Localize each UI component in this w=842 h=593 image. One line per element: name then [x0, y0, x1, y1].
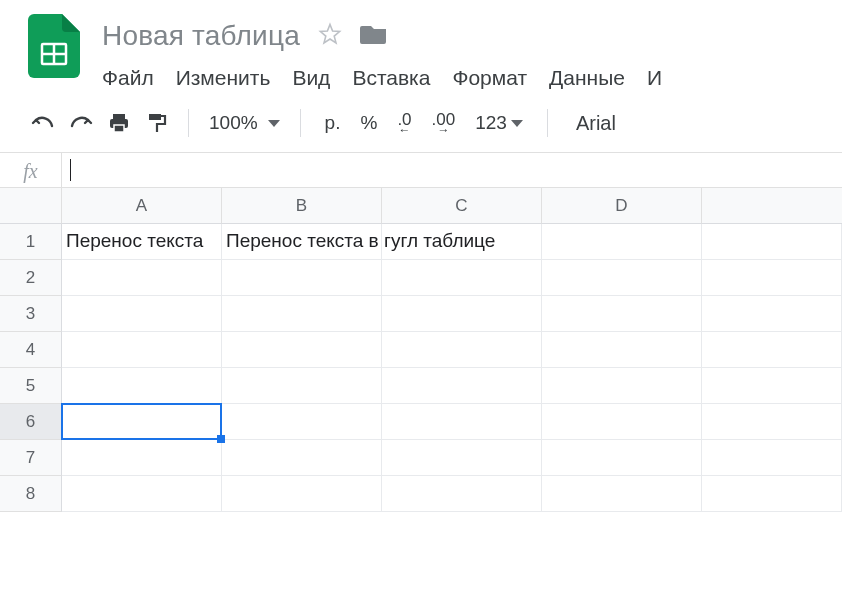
more-formats-button[interactable]: 123: [465, 108, 533, 138]
menu-file[interactable]: Файл: [102, 66, 154, 90]
increase-decimal-button[interactable]: .00→: [422, 108, 466, 138]
cell-D1[interactable]: [542, 224, 702, 260]
chevron-down-icon: [511, 120, 523, 127]
cell-C7[interactable]: [382, 440, 542, 476]
formula-input[interactable]: [62, 153, 842, 187]
cell-B6[interactable]: [222, 404, 382, 440]
cell-E7[interactable]: [702, 440, 842, 476]
cell-E3[interactable]: [702, 296, 842, 332]
cell-B2[interactable]: [222, 260, 382, 296]
cell-E6[interactable]: [702, 404, 842, 440]
cell-E1[interactable]: [702, 224, 842, 260]
column-header-D[interactable]: D: [542, 188, 702, 224]
cell-D6[interactable]: [542, 404, 702, 440]
menu-edit[interactable]: Изменить: [176, 66, 271, 90]
cell-text: Перенос текста в гугл таблице: [226, 230, 495, 252]
cell-C3[interactable]: [382, 296, 542, 332]
decrease-decimal-button[interactable]: .0←: [387, 108, 421, 138]
cell-D8[interactable]: [542, 476, 702, 512]
font-family-dropdown[interactable]: Arial: [562, 112, 630, 135]
paint-format-button[interactable]: [140, 108, 174, 138]
cell-C2[interactable]: [382, 260, 542, 296]
cell-D7[interactable]: [542, 440, 702, 476]
cell-A2[interactable]: [62, 260, 222, 296]
row-header-3[interactable]: 3: [0, 296, 62, 332]
cell-C8[interactable]: [382, 476, 542, 512]
row-header-6[interactable]: 6: [0, 404, 62, 440]
print-button[interactable]: [102, 108, 136, 138]
cell-E8[interactable]: [702, 476, 842, 512]
cell-A3[interactable]: [62, 296, 222, 332]
column-header-E[interactable]: [702, 188, 842, 224]
cell-D5[interactable]: [542, 368, 702, 404]
star-icon[interactable]: [318, 22, 342, 50]
column-header-A[interactable]: A: [62, 188, 222, 224]
app-header: Новая таблица Файл Изменить Вид Вставка …: [0, 0, 842, 90]
cell-C6[interactable]: [382, 404, 542, 440]
row-header-8[interactable]: 8: [0, 476, 62, 512]
row-header-5[interactable]: 5: [0, 368, 62, 404]
cell-D2[interactable]: [542, 260, 702, 296]
cell-C5[interactable]: [382, 368, 542, 404]
menu-insert[interactable]: Вставка: [352, 66, 430, 90]
cell-A1[interactable]: Перенос текста: [62, 224, 222, 260]
cell-text: Перенос текста: [66, 230, 203, 252]
cell-B4[interactable]: [222, 332, 382, 368]
cell-B8[interactable]: [222, 476, 382, 512]
cell-D4[interactable]: [542, 332, 702, 368]
undo-button[interactable]: [26, 108, 60, 138]
cell-A5[interactable]: [62, 368, 222, 404]
toolbar-separator: [300, 109, 301, 137]
formula-bar: fx: [0, 152, 842, 188]
cell-B5[interactable]: [222, 368, 382, 404]
svg-rect-3: [113, 114, 125, 119]
sheets-logo-icon: [28, 14, 80, 78]
more-formats-label: 123: [475, 112, 507, 134]
redo-button[interactable]: [64, 108, 98, 138]
column-header-B[interactable]: B: [222, 188, 382, 224]
cell-E2[interactable]: [702, 260, 842, 296]
zoom-dropdown[interactable]: 100%: [203, 112, 286, 134]
cell-B1[interactable]: Перенос текста в гугл таблице: [222, 224, 382, 260]
chevron-down-icon: [268, 120, 280, 127]
row-header-4[interactable]: 4: [0, 332, 62, 368]
menu-format[interactable]: Формат: [452, 66, 527, 90]
cell-A8[interactable]: [62, 476, 222, 512]
toolbar: 100% р. % .0← .00→ 123 Arial: [0, 90, 842, 152]
cell-E4[interactable]: [702, 332, 842, 368]
row-header-7[interactable]: 7: [0, 440, 62, 476]
menu-bar: Файл Изменить Вид Вставка Формат Данные …: [102, 66, 662, 90]
svg-rect-5: [114, 125, 124, 132]
fx-icon: fx: [0, 153, 62, 187]
format-currency-button[interactable]: р.: [315, 108, 351, 138]
select-all-corner[interactable]: [0, 188, 62, 224]
cell-A6[interactable]: [62, 404, 222, 440]
cell-D3[interactable]: [542, 296, 702, 332]
svg-rect-6: [149, 114, 161, 120]
cell-B7[interactable]: [222, 440, 382, 476]
folder-icon[interactable]: [360, 22, 388, 50]
cell-E5[interactable]: [702, 368, 842, 404]
document-title[interactable]: Новая таблица: [102, 20, 300, 52]
column-header-C[interactable]: C: [382, 188, 542, 224]
cell-B3[interactable]: [222, 296, 382, 332]
format-percent-button[interactable]: %: [350, 108, 387, 138]
row-header-2[interactable]: 2: [0, 260, 62, 296]
cell-selection-outline: [61, 403, 222, 440]
cell-A4[interactable]: [62, 332, 222, 368]
menu-data[interactable]: Данные: [549, 66, 625, 90]
toolbar-separator: [547, 109, 548, 137]
title-area: Новая таблица Файл Изменить Вид Вставка …: [102, 14, 662, 90]
row-header-1[interactable]: 1: [0, 224, 62, 260]
toolbar-separator: [188, 109, 189, 137]
spreadsheet-grid: A B C D 1 Перенос текста Перенос текста …: [0, 188, 842, 512]
menu-tools[interactable]: И: [647, 66, 662, 90]
menu-view[interactable]: Вид: [292, 66, 330, 90]
zoom-value: 100%: [209, 112, 258, 134]
cell-A7[interactable]: [62, 440, 222, 476]
cell-C4[interactable]: [382, 332, 542, 368]
